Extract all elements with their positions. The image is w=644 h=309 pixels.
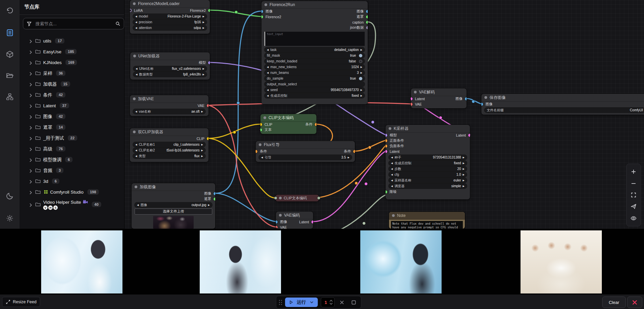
node-header[interactable]: Note: [389, 212, 465, 220]
node-header[interactable]: Flux引导: [256, 141, 355, 149]
output-slot-图像[interactable]: [214, 192, 215, 195]
collapse-dot[interactable]: [259, 143, 261, 146]
combo-left-arrow[interactable]: ◀: [267, 66, 269, 68]
input-slot-正面条件[interactable]: [386, 139, 387, 142]
combo-left-arrow[interactable]: ◀: [135, 21, 137, 23]
output-slot-图像[interactable]: [366, 10, 368, 13]
combo-left-arrow[interactable]: ◀: [135, 110, 137, 113]
widget-采样器名称[interactable]: ◀采样器名称euler▶: [389, 178, 467, 183]
resize-feed-button[interactable]: Resize Feed: [2, 297, 40, 307]
text-input-area[interactable]: text_input: [264, 32, 365, 46]
node-dual-clip-loader[interactable]: #39双CLIP加载器CLIP◀CLIP名称1clip_l.safetensor…: [130, 128, 208, 162]
widget-图像[interactable]: ◀图像output.jpg▶: [135, 202, 212, 207]
input-slot-负面条件[interactable]: [386, 145, 387, 148]
widget-引导[interactable]: ◀引导3.5▶: [259, 155, 352, 160]
combo-right-arrow[interactable]: ▶: [463, 179, 465, 181]
widget-步数[interactable]: ◀步数20▶: [389, 166, 467, 171]
node-load-image[interactable]: #38加载图像图像遮罩◀图像output.jpg▶选择文件上传: [132, 183, 215, 229]
node-flux-guidance[interactable]: #35Flux引导条件条件◀引导3.5▶: [256, 141, 355, 162]
combo-right-arrow[interactable]: ▶: [463, 156, 465, 159]
collapse-dot[interactable]: [264, 3, 267, 6]
combo-right-arrow[interactable]: ▶: [361, 94, 362, 97]
widget-output_mask_select[interactable]: output_mask_select: [264, 82, 365, 87]
combo-right-arrow[interactable]: ▶: [463, 185, 465, 187]
input-slot-VAE[interactable]: [276, 226, 278, 229]
node-clip-encode-negative[interactable]: CLIP文本编码: [276, 195, 319, 201]
sidebar-item-video-helper-suite[interactable]: Video Helper Suite VHS40: [28, 198, 124, 211]
input-slot-降噪[interactable]: [386, 191, 387, 194]
input-slot-图像[interactable]: [261, 10, 263, 13]
collapse-dot[interactable]: [133, 2, 136, 5]
toggle-link-visibility-button[interactable]: [629, 214, 638, 223]
node-unet-loader[interactable]: #40UNet加载器模型◀UNet名称flux_v2.safetensors▶◀…: [130, 52, 210, 80]
model-library-icon[interactable]: [5, 50, 14, 59]
widget-attention[interactable]: ◀attentionsdpa▶: [133, 25, 207, 30]
node-search-box[interactable]: [23, 18, 124, 29]
node-header[interactable]: Florence2Run: [261, 1, 368, 9]
collapsed-input-dot[interactable]: [274, 197, 277, 199]
combo-left-arrow[interactable]: ◀: [135, 155, 137, 157]
sidebar-item-comfyroll-studio[interactable]: Comfyroll Studio198: [28, 187, 124, 197]
sidebar-item-3d[interactable]: 3d6: [28, 176, 124, 186]
cancel-run-button[interactable]: [338, 298, 346, 307]
widget-task[interactable]: ◀taskdetailed_caption▶: [264, 47, 365, 52]
search-input[interactable]: [35, 21, 112, 27]
combo-right-arrow[interactable]: ▶: [361, 72, 362, 74]
widget-生成后控制[interactable]: ◀生成后控制fixed▶: [264, 93, 365, 98]
sidebar-item-kjnodes[interactable]: KJNodes169: [28, 57, 124, 67]
node-header[interactable]: 加载图像: [132, 183, 215, 191]
combo-left-arrow[interactable]: ◀: [137, 204, 139, 206]
sidebar-item-latent[interactable]: Latent37: [28, 101, 124, 111]
feed-image-group-photo-white-dresses[interactable]: [521, 230, 602, 293]
combo-right-arrow[interactable]: ▶: [203, 15, 204, 18]
node-header[interactable]: 保存图像: [481, 94, 644, 102]
combo-right-arrow[interactable]: ▶: [463, 168, 465, 170]
widget-CLIP名称1[interactable]: ◀CLIP名称1clip_l.safetensors▶: [133, 142, 205, 147]
stop-button[interactable]: [349, 298, 358, 307]
node-header[interactable]: K采样器: [386, 125, 470, 133]
node-ksampler[interactable]: #31K采样器模型Latent正面条件负面条件Latent◀种子97205401…: [386, 125, 470, 199]
sidebar-item-cn-4[interactable]: 加载器15: [28, 79, 124, 89]
batch-count-box[interactable]: 1: [321, 297, 335, 307]
widget-文件名前缀[interactable]: 文件名前缀ComfyUI: [484, 108, 644, 113]
combo-right-arrow[interactable]: ▶: [203, 67, 204, 70]
combo-right-arrow[interactable]: ▶: [463, 173, 465, 176]
combo-left-arrow[interactable]: ◀: [391, 179, 393, 181]
input-slot-Latent[interactable]: [411, 97, 413, 101]
widget-precision[interactable]: ◀precisionfp16▶: [133, 20, 207, 25]
widget-类型[interactable]: ◀类型flux▶: [133, 153, 205, 159]
zoom-out-button[interactable]: [629, 179, 638, 188]
combo-left-arrow[interactable]: ◀: [136, 67, 137, 70]
run-button[interactable]: 运行: [285, 298, 318, 307]
combo-left-arrow[interactable]: ◀: [391, 168, 393, 170]
combo-right-arrow[interactable]: ▶: [203, 73, 204, 76]
sidebar-item-cn-10[interactable]: 高级76: [28, 144, 124, 154]
input-slot-文本[interactable]: [260, 129, 262, 132]
combo-right-arrow[interactable]: ▶: [361, 66, 362, 68]
node-map-icon[interactable]: [5, 92, 14, 101]
toggle-on[interactable]: [359, 77, 362, 80]
widget-max_new_tokens[interactable]: ◀max_new_tokens1024▶: [264, 64, 365, 69]
widget-keep_model_loaded[interactable]: keep_model_loadedfalse: [264, 59, 365, 64]
stepper-up-icon[interactable]: [329, 300, 333, 302]
widget-种子[interactable]: ◀种子972054013131388▶: [389, 155, 467, 160]
feed-image-blue-dragon-and-woman-silhouette[interactable]: [360, 230, 442, 293]
combo-right-arrow[interactable]: ▶: [361, 89, 362, 91]
combo-right-arrow[interactable]: ▶: [463, 162, 465, 164]
output-slot-条件[interactable]: [315, 123, 316, 126]
collapse-dot[interactable]: [135, 186, 137, 188]
collapse-dot[interactable]: [133, 97, 136, 100]
input-slot-图像[interactable]: [276, 221, 278, 224]
combo-left-arrow[interactable]: ◀: [136, 73, 137, 76]
sidebar-item-cn-5[interactable]: 条件42: [28, 90, 124, 100]
fit-view-button[interactable]: [629, 191, 638, 199]
widget-CLIP名称2[interactable]: ◀CLIP名称2t5xxl-fp16.safetensors▶: [133, 148, 205, 153]
collapse-dot[interactable]: [133, 55, 136, 57]
collapse-dot[interactable]: [414, 91, 417, 93]
output-slot-CLIP[interactable]: [207, 137, 208, 140]
input-slot-Florence2[interactable]: [261, 16, 263, 19]
node-note[interactable]: NoteNote that Flux dev and schnell do no…: [389, 212, 465, 229]
widget-cfg[interactable]: ◀cfg1.0▶: [389, 172, 467, 177]
note-text[interactable]: Note that Flux dev and schnell do not ha…: [391, 221, 463, 229]
node-save-image[interactable]: #9保存图像图像文件名前缀ComfyUI: [481, 94, 644, 115]
